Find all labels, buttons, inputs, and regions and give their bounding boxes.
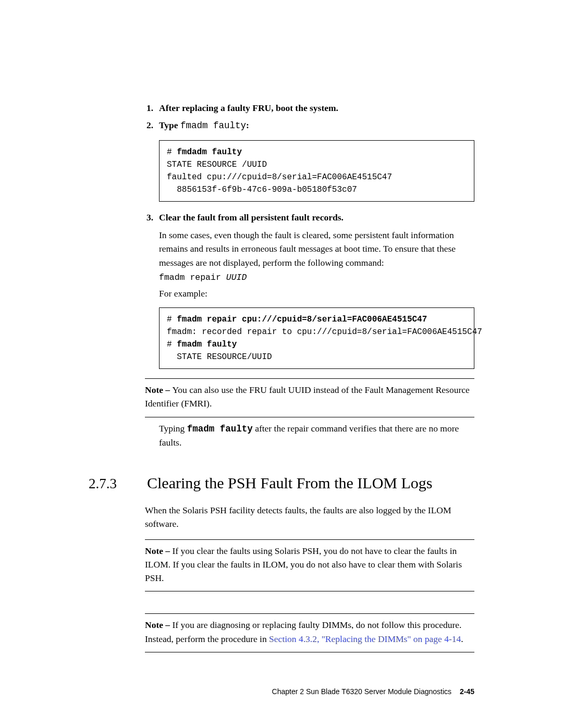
note-1-block: Note – You can also use the FRU fault UU…: [145, 378, 474, 449]
footer-page-number: 2-45: [460, 687, 474, 696]
note-lead: Note –: [145, 620, 172, 630]
page-footer: Chapter 2 Sun Blade T6320 Server Module …: [272, 687, 474, 696]
note-text: You can also use the FRU fault UUID inst…: [145, 385, 470, 409]
cmd-text: fmadm repair: [159, 273, 226, 282]
footer-chapter: Chapter 2 Sun Blade T6320 Server Module …: [272, 687, 452, 696]
step-3: 3. Clear the fault from all persistent f…: [159, 211, 474, 224]
step3-body: In some cases, even though the fault is …: [145, 228, 474, 369]
text-a: Typing: [159, 423, 187, 434]
code-line: STATE RESOURCE/UUID: [167, 352, 272, 362]
code-line: fmadm: recorded repair to cpu:///cpuid=8…: [167, 327, 482, 337]
note-lead: Note –: [145, 546, 172, 556]
note-lead: Note –: [145, 385, 172, 395]
note-text: If you clear the faults using Solaris PS…: [145, 546, 462, 584]
step-text: Clear the fault from all persistent faul…: [159, 212, 344, 223]
code-line: faulted cpu:///cpuid=8/serial=FAC006AE45…: [167, 172, 392, 182]
note-2: Note – If you clear the faults using Sol…: [145, 544, 474, 585]
step-text-b: :: [246, 120, 249, 130]
after-repair-text: Typing fmadm faulty after the repair com…: [159, 422, 474, 450]
step-2: 2. Type fmadm faulty:: [159, 119, 474, 132]
code-line: 8856153f-6f9b-47c6-909a-b05180f53c07: [167, 185, 357, 194]
code-line-cmd: fmadm faulty: [177, 340, 237, 349]
code-line-prompt: #: [167, 147, 177, 157]
ordered-steps-cont: 3. Clear the fault from all persistent f…: [145, 211, 474, 224]
step-number: 1.: [146, 102, 153, 115]
cmd-repair: fmadm repair UUID: [159, 273, 474, 282]
step-text: After replacing a faulty FRU, boot the s…: [159, 103, 338, 113]
step-number: 3.: [146, 211, 153, 224]
divider: [145, 591, 474, 591]
divider: [145, 652, 474, 652]
code-line-cmd: fmdadm faulty: [177, 147, 242, 157]
step-1: 1. After replacing a faulty FRU, boot th…: [159, 102, 474, 115]
divider: [145, 613, 474, 614]
cmd-arg: UUID: [226, 273, 247, 282]
step-text-a: Type: [159, 120, 180, 130]
divider: [145, 539, 474, 540]
cross-ref-link[interactable]: Section 4.3.2, "Replacing the DIMMs" on …: [269, 634, 461, 644]
code-block-1: # fmdadm faulty STATE RESOURCE /UUID fau…: [159, 140, 474, 202]
code-line: STATE RESOURCE /UUID: [167, 160, 267, 169]
note-text-b: .: [461, 634, 463, 644]
code-line-prompt: #: [167, 315, 177, 324]
section-body: When the Solaris PSH facility detects fa…: [145, 503, 474, 652]
section-heading: 2.7.3 Clearing the PSH Fault From the IL…: [89, 474, 474, 492]
step-number: 2.: [146, 119, 153, 132]
section-number: 2.7.3: [89, 476, 117, 492]
note-1: Note – You can also use the FRU fault UU…: [145, 383, 474, 411]
for-example: For example:: [159, 287, 474, 300]
divider: [145, 417, 474, 417]
divider: [145, 378, 474, 379]
code-container-1: # fmdadm faulty STATE RESOURCE /UUID fau…: [145, 140, 474, 202]
section-title: Clearing the PSH Fault From the ILOM Log…: [147, 474, 432, 492]
page: 1. After replacing a faulty FRU, boot th…: [0, 0, 563, 728]
para-clear-fault: In some cases, even though the fault is …: [159, 228, 474, 269]
note-3: Note – If you are diagnosing or replacin…: [145, 618, 474, 646]
ordered-steps: 1. After replacing a faulty FRU, boot th…: [145, 102, 474, 133]
code-block-2: # fmadm repair cpu:///cpuid=8/serial=FAC…: [159, 307, 474, 369]
code-line-cmd: fmadm repair cpu:///cpuid=8/serial=FAC00…: [177, 315, 427, 324]
code-line-prompt: #: [167, 340, 177, 349]
section-intro: When the Solaris PSH facility detects fa…: [145, 503, 474, 531]
step-cmd: fmadm faulty: [180, 120, 246, 131]
inline-cmd: fmadm faulty: [187, 424, 253, 434]
